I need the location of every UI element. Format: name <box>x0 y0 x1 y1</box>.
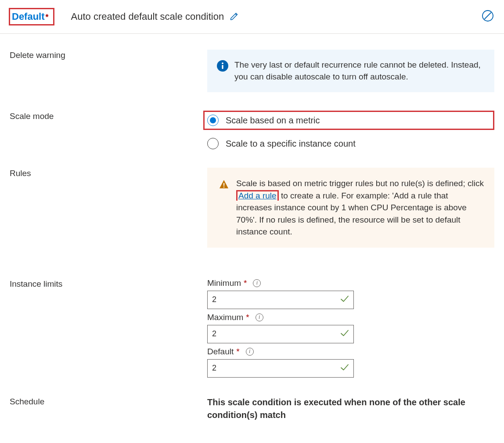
default-input[interactable] <box>207 359 354 378</box>
row-rules: Rules Scale is based on metric trigger r… <box>10 168 494 248</box>
schedule-note: This scale condition is executed when no… <box>207 396 494 421</box>
content-rules: Scale is based on metric trigger rules b… <box>207 168 494 248</box>
header-bar: Default * Auto created default scale con… <box>0 0 504 34</box>
info-box: The very last or default recurrence rule… <box>207 50 494 92</box>
warn-pre: Scale is based on metric trigger rules b… <box>236 179 484 188</box>
limit-default: Default * i <box>207 347 494 378</box>
content-scale-mode: Scale based on a metric Scale to a speci… <box>207 111 494 149</box>
limit-minimum: Minimum * i <box>207 278 494 309</box>
limit-minimum-label: Minimum <box>207 278 241 288</box>
required-asterisk: * <box>246 313 249 322</box>
warning-icon <box>219 179 229 190</box>
radio-scale-specific[interactable]: Scale to a specific instance count <box>207 138 494 149</box>
label-instance-limits: Instance limits <box>10 278 207 289</box>
limit-minimum-label-row: Minimum * i <box>207 278 494 288</box>
svg-rect-3 <box>222 65 223 69</box>
info-icon[interactable]: i <box>253 279 261 287</box>
limit-default-label: Default <box>207 347 234 357</box>
scale-mode-highlight: Scale based on a metric <box>203 111 494 130</box>
radio-scale-metric[interactable]: Scale based on a metric <box>207 115 320 126</box>
limit-maximum: Maximum * i <box>207 313 494 343</box>
limits-group: Minimum * i Maximum * i <box>207 278 494 378</box>
info-text: The very last or default recurrence rule… <box>234 59 485 83</box>
content-schedule: This scale condition is executed when no… <box>207 396 494 421</box>
radio-indicator <box>207 115 219 126</box>
required-asterisk: * <box>244 278 247 288</box>
scale-mode-radio-group: Scale based on a metric Scale to a speci… <box>207 111 494 149</box>
row-instance-limits: Instance limits Minimum * i Maximum <box>10 278 494 378</box>
row-scale-mode: Scale mode Scale based on a metric Scale… <box>10 111 494 149</box>
header-left: Default * Auto created default scale con… <box>9 8 481 25</box>
radio-indicator <box>207 138 219 149</box>
svg-rect-5 <box>223 183 224 186</box>
default-label: Default <box>12 11 45 22</box>
add-rule-highlight: Add a rule <box>236 190 279 201</box>
warning-text: Scale is based on metric trigger rules b… <box>236 177 485 238</box>
limit-minimum-input-wrap <box>207 291 354 309</box>
required-asterisk: * <box>46 13 49 22</box>
svg-point-4 <box>222 62 223 64</box>
info-icon <box>217 60 228 72</box>
row-schedule: Schedule This scale condition is execute… <box>10 396 494 421</box>
content-instance-limits: Minimum * i Maximum * i <box>207 278 494 378</box>
radio-label: Scale to a specific instance count <box>226 139 356 149</box>
add-rule-link[interactable]: Add a rule <box>238 191 277 200</box>
radio-label: Scale based on a metric <box>226 115 320 126</box>
limit-default-label-row: Default * i <box>207 347 494 357</box>
info-icon[interactable]: i <box>246 348 254 356</box>
required-asterisk: * <box>236 347 239 357</box>
warning-box: Scale is based on metric trigger rules b… <box>207 168 494 248</box>
row-delete-warning: Delete warning The very last or default … <box>10 50 494 92</box>
info-icon[interactable]: i <box>256 313 263 321</box>
maximum-input[interactable] <box>207 325 354 343</box>
minimum-input[interactable] <box>207 291 354 309</box>
limit-default-input-wrap <box>207 359 354 378</box>
form-body: Delete warning The very last or default … <box>0 34 504 430</box>
label-rules: Rules <box>10 168 207 178</box>
svg-line-1 <box>485 12 491 19</box>
limit-maximum-input-wrap <box>207 325 354 343</box>
limit-maximum-label-row: Maximum * i <box>207 313 494 322</box>
content-delete-warning: The very last or default recurrence rule… <box>207 50 494 92</box>
condition-title: Auto created default scale condition <box>71 11 224 22</box>
cancel-icon[interactable] <box>481 9 494 25</box>
limit-maximum-label: Maximum <box>207 313 243 322</box>
label-schedule: Schedule <box>10 396 207 407</box>
label-scale-mode: Scale mode <box>10 111 207 121</box>
edit-icon[interactable] <box>229 11 240 23</box>
label-delete-warning: Delete warning <box>10 50 207 60</box>
scale-condition-name[interactable]: Default * <box>9 8 54 25</box>
svg-point-6 <box>223 187 225 188</box>
